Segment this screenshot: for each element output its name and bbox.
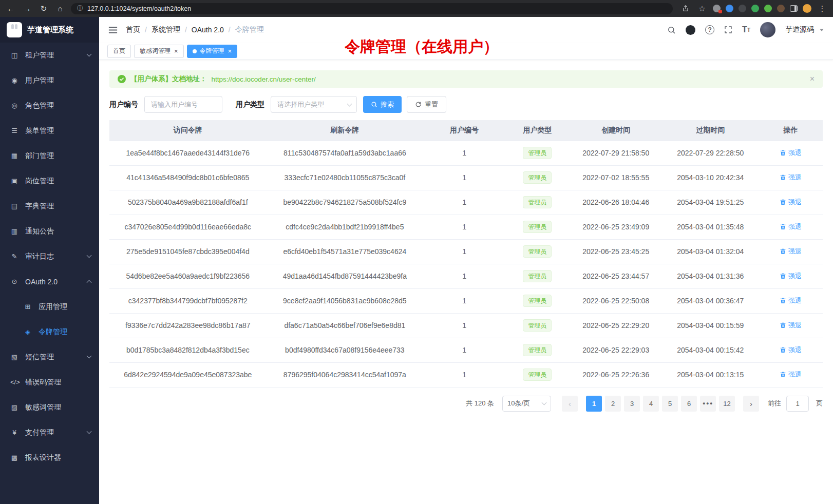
access-token-cell: 1ea5e44f8bc1467aaede43144f31de76 <box>109 141 267 165</box>
force-logout-button[interactable]: 强退 <box>780 222 802 231</box>
close-icon[interactable]: × <box>228 48 232 54</box>
next-page-button[interactable]: › <box>743 396 759 412</box>
username[interactable]: 芋道源码 <box>785 25 814 34</box>
sidebar-item-audit-log[interactable]: ✎审计日志 <box>0 244 99 269</box>
refresh-token-cell: 49d1aa46d1454fbd87591444423be9fa <box>267 264 424 288</box>
force-logout-button[interactable]: 强退 <box>780 198 802 207</box>
share-icon[interactable] <box>680 5 691 13</box>
sidebar-item-error-code[interactable]: </>错误码管理 <box>0 370 99 395</box>
extensions-puzzle-icon[interactable] <box>764 5 772 12</box>
sidebar-toggle-icon[interactable] <box>790 5 798 12</box>
sidebar-item-payment[interactable]: ¥支付管理 <box>0 420 99 445</box>
profile-avatar[interactable] <box>803 4 811 13</box>
sidebar-item-notice[interactable]: ▥通知公告 <box>0 219 99 244</box>
extension-icon[interactable] <box>713 5 721 12</box>
goto-page-input[interactable] <box>786 396 809 412</box>
trash-icon <box>780 371 786 378</box>
breadcrumb-item-home[interactable]: 首页 <box>126 25 140 34</box>
user-avatar[interactable] <box>760 22 775 37</box>
extension-icon[interactable] <box>751 5 759 12</box>
sidebar-item-report-designer[interactable]: ▩报表设计器 <box>0 445 99 470</box>
force-logout-button[interactable]: 强退 <box>780 345 802 355</box>
app-logo-area[interactable]: 芋道管理系统 <box>0 17 99 43</box>
app-logo <box>7 22 22 37</box>
force-logout-button[interactable]: 强退 <box>780 321 802 330</box>
search-button[interactable]: 搜索 <box>363 96 402 113</box>
expires-at-cell: 2054-03-04 01:31:36 <box>662 264 759 288</box>
sidebar-item-sensitive-word[interactable]: ▨敏感词管理 <box>0 395 99 420</box>
prev-page-button[interactable]: ‹ <box>562 396 578 412</box>
breadcrumb-item-oauth2[interactable]: OAuth 2.0 <box>192 26 224 34</box>
navbar-actions: ? TT 芋道源码 <box>667 22 824 37</box>
force-logout-button[interactable]: 强退 <box>780 148 802 158</box>
action-cell: 强退 <box>759 165 823 190</box>
back-button[interactable]: ← <box>5 5 16 12</box>
expires-at-cell: 2054-03-04 00:13:15 <box>662 362 759 387</box>
user-type-badge: 管理员 <box>523 147 552 159</box>
page-ellipsis[interactable]: ●●● <box>700 396 716 412</box>
search-icon[interactable] <box>667 26 676 34</box>
sidebar-item-dict[interactable]: ▤字典管理 <box>0 193 99 219</box>
sidebar-item-post[interactable]: ▣岗位管理 <box>0 168 99 193</box>
force-logout-button[interactable]: 强退 <box>780 296 802 305</box>
force-logout-button[interactable]: 强退 <box>780 370 802 379</box>
tab-home[interactable]: 首页 <box>107 45 131 58</box>
fullscreen-icon[interactable] <box>724 26 732 34</box>
help-icon[interactable]: ? <box>705 25 714 34</box>
doc-link[interactable]: https://doc.iocoder.cn/user-center/ <box>212 75 316 83</box>
force-logout-button[interactable]: 强退 <box>780 272 802 281</box>
extension-icon[interactable] <box>739 5 746 12</box>
page-button-1[interactable]: 1 <box>586 396 602 412</box>
font-size-icon[interactable]: TT <box>742 25 750 34</box>
user-id-cell: 1 <box>423 264 505 288</box>
sidebar-item-role[interactable]: ◎角色管理 <box>0 93 99 118</box>
alert-text: 【用户体系】文档地址： <box>130 74 207 84</box>
chevron-down-icon <box>87 429 92 434</box>
sidebar-item-tenant[interactable]: ◫租户管理 <box>0 43 99 68</box>
sidebar-item-oauth2[interactable]: ⊙OAuth 2.0 <box>0 269 99 294</box>
forward-button[interactable]: → <box>22 5 33 12</box>
page-size-select[interactable]: 10条/页 <box>502 396 551 412</box>
column-header: 过期时间 <box>662 120 759 141</box>
tenant-users-icon: ◫ <box>10 51 18 59</box>
sidebar-item-label: 支付管理 <box>25 428 81 437</box>
created-at-cell: 2022-06-25 23:44:57 <box>570 264 662 288</box>
sidebar-item-department[interactable]: ▦部门管理 <box>0 143 99 168</box>
sidebar-item-menu[interactable]: ☰菜单管理 <box>0 118 99 143</box>
github-icon[interactable] <box>686 25 695 35</box>
page-button-6[interactable]: 6 <box>681 396 697 412</box>
force-logout-button[interactable]: 强退 <box>780 247 802 256</box>
site-info-icon[interactable]: ⓘ <box>77 4 83 13</box>
tab-token-manage[interactable]: 令牌管理× <box>187 45 238 58</box>
page-button-3[interactable]: 3 <box>624 396 640 412</box>
expires-at-cell: 2054-03-10 20:42:34 <box>662 165 759 190</box>
page-button-4[interactable]: 4 <box>643 396 659 412</box>
alert-close-icon[interactable]: × <box>810 74 815 84</box>
action-cell: 强退 <box>759 362 823 387</box>
created-at-cell: 2022-06-25 23:49:09 <box>570 215 662 239</box>
tab-sensitive-word[interactable]: 敏感词管理× <box>134 45 184 58</box>
extension-icon[interactable] <box>777 5 785 12</box>
sidebar-item-sms[interactable]: ▧短信管理 <box>0 344 99 370</box>
breadcrumb-item-system[interactable]: 系统管理 <box>152 25 180 34</box>
bookmark-star-icon[interactable]: ☆ <box>696 5 708 12</box>
user-type-select[interactable]: 请选择用户类型 <box>271 96 357 113</box>
home-button[interactable]: ⌂ <box>54 5 66 12</box>
user-id-input[interactable] <box>144 96 222 113</box>
sidebar-item-user[interactable]: ◉用户管理 <box>0 68 99 93</box>
sidebar-item-app-manage[interactable]: ⊞应用管理 <box>0 294 99 319</box>
page-button-12[interactable]: 12 <box>719 396 735 412</box>
sidebar-collapse-icon[interactable] <box>108 26 118 34</box>
sidebar-item-label: 字典管理 <box>25 202 91 211</box>
reset-button[interactable]: 重置 <box>407 96 446 113</box>
extension-icon[interactable] <box>726 5 733 12</box>
sidebar-item-token-manage[interactable]: ◈令牌管理 <box>0 319 99 344</box>
close-icon[interactable]: × <box>174 48 178 54</box>
force-logout-button[interactable]: 强退 <box>780 173 802 182</box>
reload-button[interactable]: ↻ <box>38 5 49 12</box>
more-menu-icon[interactable]: ⋮ <box>817 5 828 12</box>
page-button-2[interactable]: 2 <box>605 396 621 412</box>
page-button-5[interactable]: 5 <box>662 396 678 412</box>
address-bar[interactable]: ⓘ 127.0.0.1:1024/system/oauth2/token <box>71 3 673 14</box>
trash-icon <box>780 199 786 205</box>
